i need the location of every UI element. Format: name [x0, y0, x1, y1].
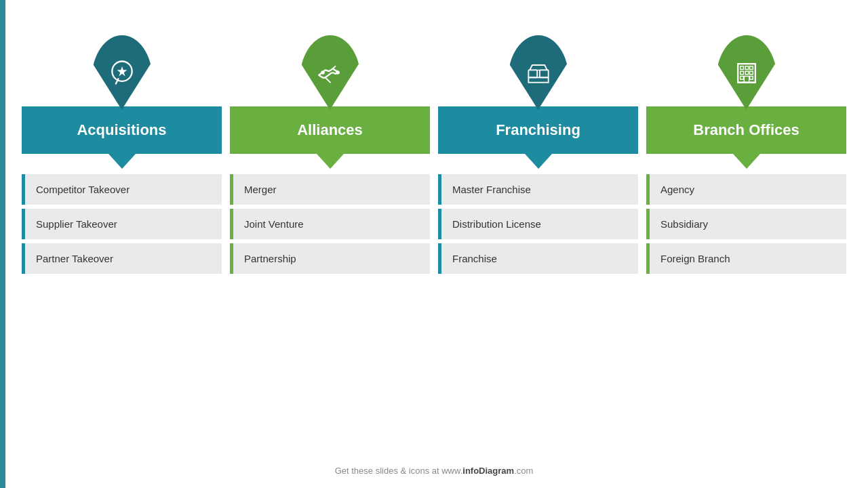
list-item: Partnership — [230, 243, 430, 274]
triangle-alliances — [317, 154, 344, 169]
column-acquisitions: Acquisitions Competitor Takeover Supplie… — [22, 35, 222, 274]
category-header-acquisitions: Acquisitions — [22, 106, 222, 154]
svg-marker-1 — [117, 66, 127, 77]
svg-rect-11 — [745, 66, 749, 70]
page-header — [0, 0, 868, 28]
footer-text: Get these slides & icons at www.infoDiag… — [335, 466, 534, 476]
svg-rect-17 — [749, 77, 753, 80]
pin-icon-acquisitions — [92, 35, 153, 110]
pin-container-franchising: Franchising — [438, 35, 638, 174]
footer: Get these slides & icons at www.infoDiag… — [0, 466, 868, 476]
category-label: Franchising — [496, 121, 580, 138]
svg-rect-14 — [745, 71, 749, 75]
list-item-text: Agency — [660, 184, 694, 195]
list-item-text: Partnership — [244, 253, 296, 264]
list-items-branch-offices: Agency Subsidiary Foreign Branch — [646, 174, 846, 274]
list-item-text: Franchise — [452, 253, 497, 264]
svg-rect-10 — [740, 66, 743, 70]
category-header-franchising: Franchising — [438, 106, 638, 154]
list-item: Partner Takeover — [22, 243, 222, 274]
svg-point-3 — [336, 71, 339, 74]
list-items-alliances: Merger Joint Venture Partnership — [230, 174, 430, 274]
list-item-text: Master Franchise — [452, 184, 531, 195]
pin-container-acquisitions: Acquisitions — [22, 35, 222, 174]
triangle-acquisitions — [108, 154, 136, 169]
footer-brand: infoDiagram — [462, 466, 514, 476]
column-franchising: Franchising Master Franchise Distributio… — [438, 35, 638, 274]
list-item-text: Merger — [244, 184, 277, 195]
pin-icon-branch-offices — [716, 35, 777, 110]
list-item: Subsidiary — [646, 209, 846, 239]
triangle-branch-offices — [733, 154, 760, 169]
svg-rect-15 — [749, 71, 753, 75]
list-item: Agency — [646, 174, 846, 205]
triangle-franchising — [525, 154, 552, 169]
columns-wrapper: Acquisitions Competitor Takeover Supplie… — [22, 35, 846, 274]
svg-rect-16 — [740, 77, 743, 80]
list-item: Supplier Takeover — [22, 209, 222, 239]
svg-rect-12 — [749, 66, 753, 70]
svg-rect-4 — [528, 70, 537, 77]
list-item-text: Supplier Takeover — [36, 218, 117, 230]
svg-rect-18 — [744, 77, 749, 83]
list-item-text: Partner Takeover — [36, 253, 113, 264]
list-item-text: Subsidiary — [660, 218, 708, 230]
pin-icon-alliances — [300, 35, 361, 110]
list-items-acquisitions: Competitor Takeover Supplier Takeover Pa… — [22, 174, 222, 274]
pin-container-alliances: Alliances — [230, 35, 430, 174]
list-item: Distribution License — [438, 209, 638, 239]
svg-rect-5 — [539, 70, 548, 77]
column-alliances: Alliances Merger Joint Venture Partnersh… — [230, 35, 430, 274]
list-items-franchising: Master Franchise Distribution License Fr… — [438, 174, 638, 274]
column-branch-offices: Branch Offices Agency Subsidiary Foreign… — [646, 35, 846, 274]
list-item: Foreign Branch — [646, 243, 846, 274]
pin-container-branch-offices: Branch Offices — [646, 35, 846, 174]
list-item: Merger — [230, 174, 430, 205]
svg-rect-13 — [740, 71, 743, 75]
pin-icon-franchising — [508, 35, 569, 110]
list-item: Competitor Takeover — [22, 174, 222, 205]
category-label: Branch Offices — [693, 121, 800, 138]
list-item-text: Foreign Branch — [660, 253, 730, 264]
category-label: Acquisitions — [77, 121, 166, 138]
svg-rect-6 — [528, 77, 548, 82]
list-item-text: Competitor Takeover — [36, 184, 130, 195]
list-item-text: Joint Venture — [244, 218, 304, 230]
list-item: Joint Venture — [230, 209, 430, 239]
category-header-branch-offices: Branch Offices — [646, 106, 846, 154]
category-header-alliances: Alliances — [230, 106, 430, 154]
list-item-text: Distribution License — [452, 218, 541, 230]
svg-point-2 — [321, 71, 324, 74]
list-item: Master Franchise — [438, 174, 638, 205]
main-content: Acquisitions Competitor Takeover Supplie… — [0, 28, 868, 274]
list-item: Franchise — [438, 243, 638, 274]
category-label: Alliances — [297, 121, 363, 138]
left-accent-bar — [0, 0, 5, 488]
